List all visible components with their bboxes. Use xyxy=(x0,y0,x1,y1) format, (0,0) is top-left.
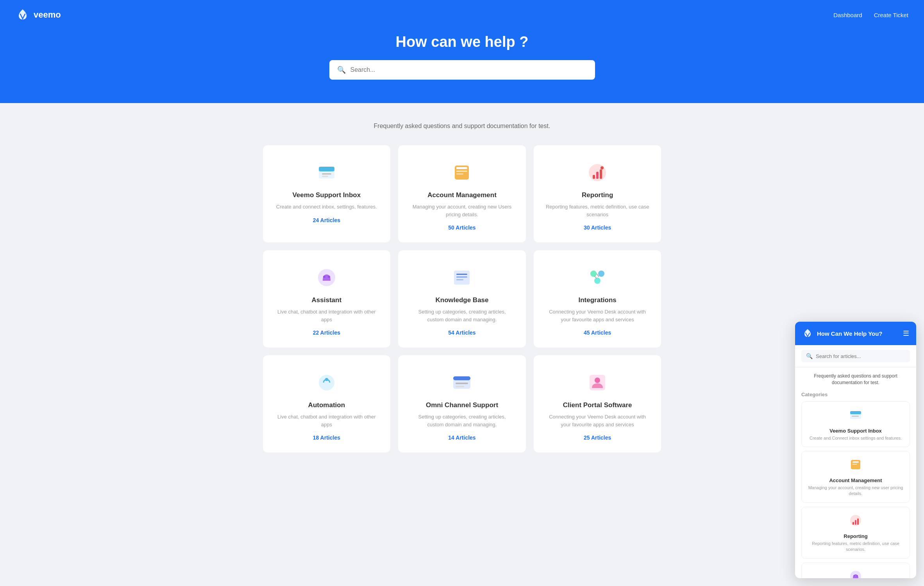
widget-cat-desc: Reporting features, metric definition, u… xyxy=(808,541,903,553)
category-card-integrations[interactable]: Integrations Connecting your Veemo Desk … xyxy=(534,250,661,347)
category-icon xyxy=(586,371,609,394)
svg-rect-30 xyxy=(456,386,464,387)
category-card-omni-channel[interactable]: Omni Channel Support Setting up categori… xyxy=(398,355,526,452)
category-desc: Live chat, chatbot and integration with … xyxy=(275,308,379,323)
category-card-automation[interactable]: Automation Live chat, chatbot and integr… xyxy=(263,355,391,452)
category-articles: 14 Articles xyxy=(410,435,514,441)
page-header: veemo Dashboard Create Ticket How can we… xyxy=(0,0,924,103)
svg-rect-1 xyxy=(319,167,334,171)
category-icon xyxy=(315,371,338,394)
widget-cat-desc: Managing your account, creating new user… xyxy=(808,485,903,497)
widget-title: How Can We Help You? xyxy=(817,330,899,337)
logo-icon xyxy=(16,8,30,22)
category-name: Veemo Support Inbox xyxy=(275,191,379,199)
widget-category-card-1[interactable]: Account Management Managing your account… xyxy=(801,451,910,503)
widget-category-card-3[interactable]: Assistant Live chat, Chatbots and Integr… xyxy=(801,563,910,578)
category-name: Account Management xyxy=(410,191,514,199)
svg-rect-18 xyxy=(456,276,467,278)
hero-search-box: 🔍 xyxy=(329,60,595,80)
widget-search-box: 🔍 xyxy=(801,350,910,362)
svg-rect-19 xyxy=(456,279,463,280)
widget-menu-icon[interactable]: ☰ xyxy=(903,329,909,338)
category-desc: Setting up categories, creating articles… xyxy=(410,413,514,428)
svg-rect-6 xyxy=(456,171,467,172)
svg-rect-40 xyxy=(853,522,854,525)
widget-cat-icon xyxy=(848,568,863,578)
widget-cat-name: Veemo Support Inbox xyxy=(829,428,882,434)
svg-rect-35 xyxy=(852,416,859,417)
category-icon xyxy=(450,266,474,289)
svg-rect-38 xyxy=(853,464,857,465)
category-desc: Live chat, chatbot and integration with … xyxy=(275,413,379,428)
widget-cat-name: Reporting xyxy=(844,533,867,539)
hero-search-container: 🔍 xyxy=(329,60,595,80)
svg-point-12 xyxy=(601,166,604,169)
svg-point-15 xyxy=(328,276,330,278)
category-card-client-portal[interactable]: Client Portal Software Connecting your V… xyxy=(534,355,661,452)
create-ticket-link[interactable]: Create Ticket xyxy=(874,12,908,18)
widget-panel: How Can We Help You? ☰ 🔍 Frequently aske… xyxy=(795,322,916,578)
category-articles: 50 Articles xyxy=(410,224,514,231)
category-grid: Veemo Support Inbox Create and connect i… xyxy=(263,145,661,452)
category-name: Integrations xyxy=(545,296,650,304)
widget-search-input[interactable] xyxy=(816,353,905,359)
widget-cat-icon xyxy=(848,457,863,475)
category-name: Reporting xyxy=(545,191,650,199)
category-articles: 24 Articles xyxy=(275,217,379,223)
category-articles: 54 Articles xyxy=(410,330,514,336)
widget-subtitle: Frequently asked questions and support d… xyxy=(801,373,910,386)
category-articles: 30 Articles xyxy=(545,224,650,231)
top-nav: veemo Dashboard Create Ticket xyxy=(16,0,908,34)
svg-point-21 xyxy=(598,271,604,277)
svg-rect-28 xyxy=(453,376,470,380)
category-desc: Connecting your Veemo Desk account with … xyxy=(545,413,650,428)
category-icon xyxy=(450,161,474,184)
svg-point-14 xyxy=(323,276,325,278)
widget-logo-icon xyxy=(802,328,813,339)
nav-links: Dashboard Create Ticket xyxy=(833,12,908,18)
svg-rect-9 xyxy=(593,175,595,179)
category-card-assistant[interactable]: Assistant Live chat, chatbot and integra… xyxy=(263,250,391,347)
category-name: Knowledge Base xyxy=(410,296,514,304)
svg-rect-42 xyxy=(857,518,859,525)
category-card-knowledge-base[interactable]: Knowledge Base Setting up categories, cr… xyxy=(398,250,526,347)
main-content: Frequently asked questions and support d… xyxy=(255,103,669,468)
category-icon xyxy=(450,371,474,394)
widget-categories-list: Veemo Support Inbox Create and Connect i… xyxy=(801,401,910,578)
svg-rect-41 xyxy=(855,520,856,525)
svg-point-20 xyxy=(590,271,597,277)
svg-rect-2 xyxy=(322,173,331,175)
widget-cat-desc: Create and Connect inbox settings and fe… xyxy=(810,435,902,441)
widget-category-card-0[interactable]: Veemo Support Inbox Create and Connect i… xyxy=(801,401,910,447)
svg-rect-10 xyxy=(596,172,599,179)
category-card-veemo-support-inbox[interactable]: Veemo Support Inbox Create and connect i… xyxy=(263,145,391,242)
category-desc: Managing your account, creating new User… xyxy=(410,203,514,218)
widget-cat-icon xyxy=(848,513,863,531)
category-name: Assistant xyxy=(275,296,379,304)
widget-category-card-2[interactable]: Reporting Reporting features, metric def… xyxy=(801,507,910,559)
category-icon xyxy=(586,161,609,184)
hero-search-input[interactable] xyxy=(350,66,587,73)
svg-rect-7 xyxy=(456,173,463,175)
svg-line-24 xyxy=(594,276,597,278)
category-card-account-management[interactable]: Account Management Managing your account… xyxy=(398,145,526,242)
svg-rect-3 xyxy=(322,176,328,177)
logo[interactable]: veemo xyxy=(16,8,61,22)
widget-search-icon: 🔍 xyxy=(806,353,813,359)
hero-title: How can we help ? xyxy=(16,34,908,50)
widget-cat-name: Account Management xyxy=(829,477,882,483)
svg-rect-5 xyxy=(456,167,467,169)
dashboard-link[interactable]: Dashboard xyxy=(833,12,862,18)
category-name: Omni Channel Support xyxy=(410,401,514,409)
category-icon xyxy=(315,161,338,184)
category-name: Client Portal Software xyxy=(545,401,650,409)
widget-cat-icon xyxy=(848,407,863,426)
search-icon: 🔍 xyxy=(337,66,346,74)
widget-header: How Can We Help You? ☰ xyxy=(795,322,916,345)
category-card-reporting[interactable]: Reporting Reporting features, metric def… xyxy=(534,145,661,242)
svg-rect-34 xyxy=(850,411,861,414)
svg-rect-29 xyxy=(456,383,468,384)
category-name: Automation xyxy=(275,401,379,409)
category-articles: 25 Articles xyxy=(545,435,650,441)
category-desc: Reporting features, metric definition, u… xyxy=(545,203,650,218)
